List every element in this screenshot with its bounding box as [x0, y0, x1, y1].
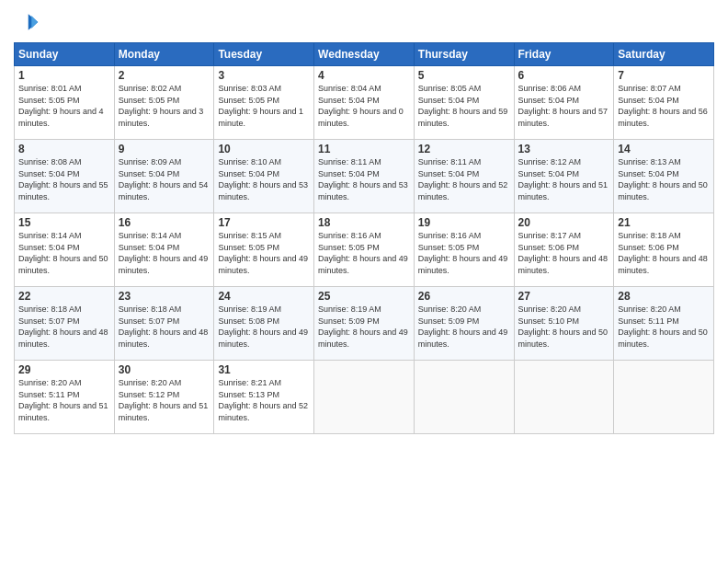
table-row: 4Sunrise: 8:04 AMSunset: 5:04 PMDaylight…	[314, 66, 415, 140]
day-number: 5	[418, 69, 510, 82]
table-row: 19Sunrise: 8:16 AMSunset: 5:05 PMDayligh…	[414, 213, 514, 287]
day-number: 8	[18, 143, 110, 155]
table-row: 25Sunrise: 8:19 AMSunset: 5:09 PMDayligh…	[314, 287, 415, 361]
day-number: 21	[618, 216, 710, 229]
day-info: Sunrise: 8:19 AMSunset: 5:08 PMDaylight:…	[218, 304, 308, 349]
days-header-row: Sunday Monday Tuesday Wednesday Thursday…	[15, 43, 714, 66]
day-info: Sunrise: 8:14 AMSunset: 5:04 PMDaylight:…	[18, 231, 108, 275]
day-number: 10	[218, 143, 310, 155]
calendar-week-1: 8Sunrise: 8:08 AMSunset: 5:04 PMDaylight…	[15, 140, 714, 213]
table-row: 15Sunrise: 8:14 AMSunset: 5:04 PMDayligh…	[15, 213, 115, 287]
day-number: 19	[418, 216, 510, 229]
day-number: 30	[119, 363, 210, 376]
day-number: 4	[318, 69, 410, 82]
table-row: 26Sunrise: 8:20 AMSunset: 5:09 PMDayligh…	[414, 287, 514, 361]
calendar-week-2: 15Sunrise: 8:14 AMSunset: 5:04 PMDayligh…	[15, 213, 714, 287]
day-number: 15	[18, 216, 110, 229]
day-info: Sunrise: 8:07 AMSunset: 5:04 PMDaylight:…	[618, 84, 708, 128]
table-row: 9Sunrise: 8:09 AMSunset: 5:04 PMDaylight…	[114, 140, 214, 213]
table-row: 16Sunrise: 8:14 AMSunset: 5:04 PMDayligh…	[114, 213, 214, 287]
table-row: 21Sunrise: 8:18 AMSunset: 5:06 PMDayligh…	[614, 213, 714, 287]
table-row: 6Sunrise: 8:06 AMSunset: 5:04 PMDaylight…	[514, 66, 614, 140]
header-wednesday: Wednesday	[314, 43, 415, 66]
table-row: 11Sunrise: 8:11 AMSunset: 5:04 PMDayligh…	[314, 140, 415, 213]
table-row: 17Sunrise: 8:15 AMSunset: 5:05 PMDayligh…	[214, 213, 314, 287]
day-info: Sunrise: 8:20 AMSunset: 5:11 PMDaylight:…	[18, 378, 108, 422]
day-info: Sunrise: 8:17 AMSunset: 5:06 PMDaylight:…	[518, 231, 609, 275]
day-number: 1	[18, 69, 110, 82]
day-info: Sunrise: 8:13 AMSunset: 5:04 PMDaylight:…	[618, 157, 708, 201]
day-info: Sunrise: 8:09 AMSunset: 5:04 PMDaylight:…	[119, 157, 209, 201]
day-info: Sunrise: 8:12 AMSunset: 5:04 PMDaylight:…	[518, 157, 609, 201]
day-number: 11	[318, 143, 410, 155]
table-row: 12Sunrise: 8:11 AMSunset: 5:04 PMDayligh…	[414, 140, 514, 213]
table-row	[314, 361, 415, 434]
day-info: Sunrise: 8:06 AMSunset: 5:04 PMDaylight:…	[518, 84, 609, 128]
day-number: 22	[18, 290, 110, 303]
day-number: 9	[119, 143, 210, 155]
day-info: Sunrise: 8:16 AMSunset: 5:05 PMDaylight:…	[418, 231, 508, 275]
day-info: Sunrise: 8:10 AMSunset: 5:04 PMDaylight:…	[218, 157, 308, 201]
day-number: 26	[418, 290, 510, 303]
table-row	[414, 361, 514, 434]
table-row: 28Sunrise: 8:20 AMSunset: 5:11 PMDayligh…	[614, 287, 714, 361]
logo-icon	[14, 9, 40, 35]
table-row: 13Sunrise: 8:12 AMSunset: 5:04 PMDayligh…	[514, 140, 614, 213]
day-number: 17	[218, 216, 310, 229]
day-info: Sunrise: 8:11 AMSunset: 5:04 PMDaylight:…	[318, 157, 408, 201]
calendar-week-4: 29Sunrise: 8:20 AMSunset: 5:11 PMDayligh…	[15, 361, 714, 434]
day-info: Sunrise: 8:08 AMSunset: 5:04 PMDaylight:…	[18, 157, 108, 201]
table-row: 1Sunrise: 8:01 AMSunset: 5:05 PMDaylight…	[15, 66, 115, 140]
day-info: Sunrise: 8:16 AMSunset: 5:05 PMDaylight:…	[318, 231, 408, 275]
day-number: 29	[18, 363, 110, 376]
table-row: 22Sunrise: 8:18 AMSunset: 5:07 PMDayligh…	[15, 287, 115, 361]
table-row: 20Sunrise: 8:17 AMSunset: 5:06 PMDayligh…	[514, 213, 614, 287]
day-number: 6	[518, 69, 610, 82]
table-row: 24Sunrise: 8:19 AMSunset: 5:08 PMDayligh…	[214, 287, 314, 361]
day-number: 3	[218, 69, 310, 82]
day-number: 25	[318, 290, 410, 303]
table-row: 31Sunrise: 8:21 AMSunset: 5:13 PMDayligh…	[214, 361, 314, 434]
day-number: 27	[518, 290, 610, 303]
day-number: 24	[218, 290, 310, 303]
day-number: 31	[218, 363, 310, 376]
header-thursday: Thursday	[414, 43, 514, 66]
table-row: 7Sunrise: 8:07 AMSunset: 5:04 PMDaylight…	[614, 66, 714, 140]
day-info: Sunrise: 8:15 AMSunset: 5:05 PMDaylight:…	[218, 231, 308, 275]
day-number: 23	[119, 290, 210, 303]
day-info: Sunrise: 8:21 AMSunset: 5:13 PMDaylight:…	[218, 378, 308, 422]
day-number: 12	[418, 143, 510, 155]
day-info: Sunrise: 8:04 AMSunset: 5:04 PMDaylight:…	[318, 84, 404, 128]
day-number: 16	[119, 216, 210, 229]
day-info: Sunrise: 8:01 AMSunset: 5:05 PMDaylight:…	[18, 84, 104, 128]
day-info: Sunrise: 8:11 AMSunset: 5:04 PMDaylight:…	[418, 157, 508, 201]
day-info: Sunrise: 8:20 AMSunset: 5:10 PMDaylight:…	[518, 304, 609, 349]
header	[14, 9, 714, 35]
svg-marker-1	[31, 16, 38, 29]
table-row: 29Sunrise: 8:20 AMSunset: 5:11 PMDayligh…	[15, 361, 115, 434]
day-info: Sunrise: 8:05 AMSunset: 5:04 PMDaylight:…	[418, 84, 508, 128]
header-saturday: Saturday	[614, 43, 714, 66]
header-monday: Monday	[114, 43, 214, 66]
table-row: 5Sunrise: 8:05 AMSunset: 5:04 PMDaylight…	[414, 66, 514, 140]
header-friday: Friday	[514, 43, 614, 66]
day-info: Sunrise: 8:20 AMSunset: 5:11 PMDaylight:…	[618, 304, 708, 349]
table-row: 8Sunrise: 8:08 AMSunset: 5:04 PMDaylight…	[15, 140, 115, 213]
table-row: 3Sunrise: 8:03 AMSunset: 5:05 PMDaylight…	[214, 66, 314, 140]
table-row: 27Sunrise: 8:20 AMSunset: 5:10 PMDayligh…	[514, 287, 614, 361]
table-row	[614, 361, 714, 434]
header-tuesday: Tuesday	[214, 43, 314, 66]
table-row: 2Sunrise: 8:02 AMSunset: 5:05 PMDaylight…	[114, 66, 214, 140]
header-sunday: Sunday	[15, 43, 115, 66]
day-info: Sunrise: 8:18 AMSunset: 5:06 PMDaylight:…	[618, 231, 708, 275]
table-row: 30Sunrise: 8:20 AMSunset: 5:12 PMDayligh…	[114, 361, 214, 434]
day-info: Sunrise: 8:20 AMSunset: 5:09 PMDaylight:…	[418, 304, 508, 349]
calendar-week-0: 1Sunrise: 8:01 AMSunset: 5:05 PMDaylight…	[15, 66, 714, 140]
table-row: 18Sunrise: 8:16 AMSunset: 5:05 PMDayligh…	[314, 213, 415, 287]
day-info: Sunrise: 8:20 AMSunset: 5:12 PMDaylight:…	[119, 378, 209, 422]
calendar-page: Sunday Monday Tuesday Wednesday Thursday…	[0, 0, 728, 563]
day-info: Sunrise: 8:18 AMSunset: 5:07 PMDaylight:…	[119, 304, 209, 349]
day-number: 14	[618, 143, 710, 155]
table-row: 10Sunrise: 8:10 AMSunset: 5:04 PMDayligh…	[214, 140, 314, 213]
table-row: 23Sunrise: 8:18 AMSunset: 5:07 PMDayligh…	[114, 287, 214, 361]
